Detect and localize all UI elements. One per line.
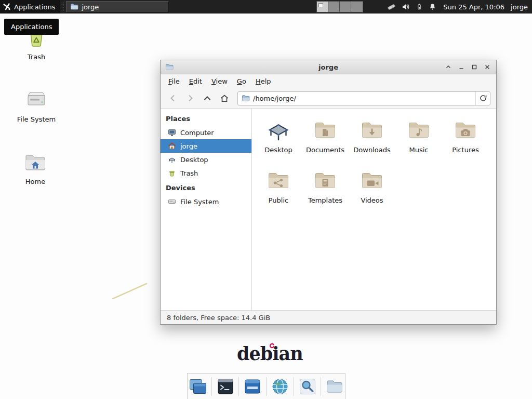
dock-separator bbox=[294, 377, 294, 396]
dock-separator bbox=[211, 377, 212, 396]
show-desktop-icon[interactable] bbox=[242, 376, 263, 397]
taskbar-window-button[interactable]: jorge bbox=[66, 1, 169, 12]
sidebar-header-devices: Devices bbox=[161, 180, 251, 195]
shade-button[interactable] bbox=[444, 62, 453, 72]
folder-documents-icon bbox=[313, 117, 338, 142]
clipman-icon[interactable] bbox=[387, 3, 396, 11]
folder-pictures-icon bbox=[453, 117, 478, 142]
folder-item-public[interactable]: Public bbox=[255, 168, 302, 218]
folder-label: Music bbox=[409, 146, 429, 154]
folder-item-desktop[interactable]: Desktop bbox=[255, 117, 302, 168]
icon-grid: Desktop Documents Downloads bbox=[252, 109, 496, 218]
sidebar-item-desktop[interactable]: Desktop bbox=[161, 153, 251, 166]
location-input[interactable]: /home/jorge/ bbox=[253, 95, 475, 102]
sidebar-item-trash[interactable]: Trash bbox=[161, 166, 251, 180]
workspace-4[interactable] bbox=[351, 2, 363, 12]
file-manager-icon[interactable] bbox=[324, 376, 345, 397]
desktop-icon-label: File System bbox=[17, 115, 56, 123]
dock-separator bbox=[321, 377, 321, 396]
desktop-icon-label: Home bbox=[25, 178, 45, 185]
panel-clock[interactable]: Sun 25 Apr, 10:06 bbox=[443, 3, 504, 11]
folder-label: Public bbox=[269, 196, 288, 204]
maximize-button[interactable] bbox=[470, 62, 478, 72]
folder-item-downloads[interactable]: Downloads bbox=[349, 117, 395, 168]
notifications-icon[interactable] bbox=[429, 3, 436, 11]
folder-public-icon bbox=[266, 168, 291, 193]
bottom-dock bbox=[187, 373, 345, 399]
applications-menu-button[interactable]: Applications bbox=[0, 0, 60, 14]
debian-swirl-icon bbox=[269, 343, 275, 349]
minimize-button[interactable] bbox=[457, 62, 466, 72]
windows-icon[interactable] bbox=[188, 376, 208, 397]
sidebar: Places Computer jorge Desktop bbox=[161, 109, 252, 310]
workspace-3[interactable] bbox=[340, 2, 351, 12]
sidebar-item-label: Desktop bbox=[180, 156, 208, 164]
trash-icon bbox=[168, 169, 176, 177]
close-button[interactable] bbox=[483, 62, 491, 72]
menu-go[interactable]: Go bbox=[232, 75, 251, 88]
folder-item-videos[interactable]: Videos bbox=[349, 168, 395, 218]
sidebar-item-label: Trash bbox=[180, 169, 198, 177]
folder-view[interactable]: Desktop Documents Downloads bbox=[252, 109, 496, 310]
panel-right-area: Sun 25 Apr, 10:06 jorge bbox=[316, 1, 532, 12]
sidebar-item-label: Computer bbox=[180, 129, 214, 137]
user-home-icon bbox=[168, 142, 176, 150]
terminal-icon[interactable] bbox=[215, 376, 236, 397]
dock-separator bbox=[266, 377, 267, 396]
power-icon[interactable] bbox=[416, 3, 423, 11]
file-manager-window: jorge File Edit View Go Help bbox=[160, 60, 497, 325]
folder-item-documents[interactable]: Documents bbox=[302, 117, 349, 168]
desktop-icon-filesystem[interactable]: File System bbox=[11, 87, 61, 123]
panel-user-label[interactable]: jorge bbox=[511, 3, 528, 11]
menu-help[interactable]: Help bbox=[251, 75, 276, 88]
app-finder-icon[interactable] bbox=[297, 376, 318, 397]
folder-item-music[interactable]: Music bbox=[395, 117, 442, 168]
sidebar-item-filesystem[interactable]: File System bbox=[161, 195, 251, 208]
debian-logo: debian bbox=[237, 343, 303, 364]
sidebar-item-computer[interactable]: Computer bbox=[161, 126, 251, 139]
folder-label: Templates bbox=[308, 196, 342, 204]
web-browser-icon[interactable] bbox=[270, 376, 290, 397]
workspace-1[interactable] bbox=[317, 2, 328, 12]
statusbar-text: 8 folders, Free space: 14.4 GiB bbox=[167, 314, 270, 322]
folder-label: Pictures bbox=[452, 146, 478, 154]
desktop-icon-label: Trash bbox=[28, 53, 45, 61]
desktop-icon-home[interactable]: Home bbox=[10, 150, 60, 185]
folder-item-templates[interactable]: Templates bbox=[302, 168, 349, 218]
workspace-2[interactable] bbox=[328, 2, 340, 12]
folder-videos-icon bbox=[360, 168, 384, 193]
location-bar[interactable]: /home/jorge/ bbox=[237, 91, 490, 105]
sidebar-item-jorge[interactable]: jorge bbox=[161, 139, 251, 153]
volume-icon[interactable] bbox=[402, 3, 410, 11]
filesystem-drive-icon bbox=[24, 87, 49, 112]
drive-icon bbox=[168, 197, 176, 206]
menu-edit[interactable]: Edit bbox=[184, 75, 207, 88]
menubar: File Edit View Go Help bbox=[161, 74, 496, 88]
up-button[interactable] bbox=[201, 91, 214, 105]
toolbar: /home/jorge/ bbox=[161, 88, 496, 109]
sidebar-header-places: Places bbox=[161, 111, 251, 126]
reload-button[interactable] bbox=[475, 92, 490, 105]
folder-label: Videos bbox=[361, 196, 383, 204]
sidebar-item-label: jorge bbox=[180, 142, 197, 150]
folder-item-pictures[interactable]: Pictures bbox=[442, 117, 489, 168]
panel-handle bbox=[61, 2, 64, 11]
menu-view[interactable]: View bbox=[207, 75, 232, 88]
window-titlebar[interactable]: jorge bbox=[161, 60, 496, 74]
folder-templates-icon bbox=[313, 168, 338, 193]
folder-music-icon bbox=[406, 117, 431, 142]
folder-downloads-icon bbox=[360, 117, 384, 142]
desktop-artifact-line bbox=[110, 280, 149, 301]
menu-file[interactable]: File bbox=[164, 75, 184, 88]
location-folder-icon bbox=[242, 94, 250, 102]
back-button[interactable] bbox=[166, 91, 180, 105]
home-button[interactable] bbox=[218, 91, 231, 105]
window-controls bbox=[444, 62, 491, 72]
window-body: Places Computer jorge Desktop bbox=[161, 109, 496, 310]
top-panel: Applications jorge bbox=[0, 0, 532, 14]
sidebar-item-label: File System bbox=[180, 198, 219, 206]
desk-icon bbox=[266, 117, 291, 142]
statusbar: 8 folders, Free space: 14.4 GiB bbox=[161, 310, 496, 324]
taskbar-window-label: jorge bbox=[82, 3, 99, 11]
forward-button[interactable] bbox=[183, 91, 197, 105]
